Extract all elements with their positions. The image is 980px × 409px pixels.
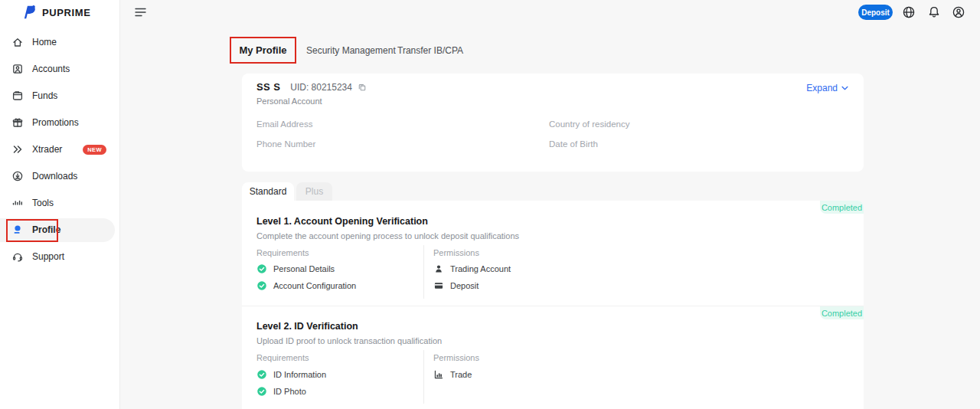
copy-uid-icon[interactable] [358, 83, 367, 92]
expand-toggle[interactable]: Expand [806, 83, 848, 93]
column-divider [423, 245, 424, 299]
gift-icon [11, 116, 24, 129]
sidebar-item-label: Promotions [32, 117, 79, 128]
sidebar-item-profile[interactable]: Profile [0, 218, 119, 241]
tab-plus[interactable]: Plus [296, 182, 332, 201]
field-label-phone: Phone Number [256, 139, 315, 149]
requirement-item: Personal Details [256, 263, 335, 274]
permission-label: Trade [450, 370, 472, 379]
requirement-label: ID Photo [273, 387, 306, 396]
sidebar-item-xtrader[interactable]: Xtrader NEW [0, 138, 119, 161]
requirement-label: Account Configuration [273, 281, 356, 290]
level-1-section: Completed Level 1. Account Opening Verif… [242, 201, 864, 306]
field-label-country: Country of residency [549, 119, 629, 129]
sidebar-item-downloads[interactable]: Downloads [0, 165, 119, 188]
requirement-item: ID Information [256, 369, 326, 380]
tools-icon [11, 197, 24, 209]
verification-panel: Completed Level 1. Account Opening Verif… [242, 201, 864, 409]
status-badge: Completed [820, 201, 864, 214]
person-icon [433, 263, 444, 274]
sidebar: PUPRIME Home Accounts Funds Promotions X… [0, 0, 120, 409]
status-badge: Completed [820, 306, 864, 319]
puprime-logo-icon [21, 4, 38, 21]
tab-transfer-ib-cpa[interactable]: Transfer IB/CPA [397, 45, 463, 56]
check-circle-icon [256, 386, 267, 397]
level-title: Level 2. ID Verification [256, 321, 358, 332]
level-2-section: Completed Level 2. ID Verification Uploa… [242, 306, 864, 408]
sidebar-item-label: Funds [32, 90, 57, 101]
check-circle-icon [256, 263, 267, 274]
permissions-label: Permissions [433, 353, 479, 362]
field-label-dob: Date of Birth [549, 139, 598, 149]
sidebar-item-promotions[interactable]: Promotions [0, 111, 119, 134]
profile-summary-card: SS S UID: 80215234 Expand Personal Accou… [242, 74, 864, 172]
requirement-item: Account Configuration [256, 280, 356, 291]
permissions-label: Permissions [433, 248, 479, 257]
sidebar-item-accounts[interactable]: Accounts [0, 57, 119, 80]
wallet-icon [11, 90, 24, 102]
sidebar-item-label: Profile [32, 224, 60, 235]
chevron-down-icon [841, 86, 848, 90]
sidebar-item-label: Support [32, 251, 64, 262]
chart-icon [433, 369, 444, 380]
column-divider [423, 350, 424, 404]
sidebar-item-support[interactable]: Support [0, 245, 119, 268]
account-type: Personal Account [256, 97, 322, 106]
sidebar-item-label: Xtrader [32, 144, 62, 155]
permission-item: Trade [433, 369, 472, 380]
user-uid: UID: 80215234 [290, 82, 352, 93]
user-name: SS S [256, 81, 280, 93]
double-chevron-icon [11, 143, 24, 155]
sidebar-item-label: Downloads [32, 171, 77, 182]
download-icon [11, 170, 24, 182]
field-label-email: Email Address [256, 119, 313, 129]
sidebar-item-funds[interactable]: Funds [0, 84, 119, 107]
permission-item: Trading Account [433, 263, 511, 274]
menu-toggle-icon[interactable] [134, 6, 148, 18]
home-icon [11, 36, 24, 48]
sidebar-item-tools[interactable]: Tools [0, 191, 119, 214]
bank-card-icon [433, 280, 444, 291]
language-globe-icon[interactable] [902, 5, 916, 19]
requirement-label: ID Information [273, 370, 326, 379]
tab-label: My Profile [239, 44, 286, 56]
expand-label: Expand [806, 83, 838, 93]
new-badge: NEW [83, 145, 106, 155]
permission-label: Deposit [450, 281, 479, 290]
requirement-item: ID Photo [256, 386, 306, 397]
level-description: Upload ID proof to unlock transaction qu… [256, 336, 442, 345]
level-description: Complete the account opening process to … [256, 231, 519, 240]
tab-my-profile[interactable]: My Profile [230, 37, 296, 64]
permission-label: Trading Account [450, 264, 511, 273]
notifications-bell-icon[interactable] [927, 5, 941, 19]
check-circle-icon [256, 280, 267, 291]
brand-logo[interactable]: PUPRIME [21, 4, 90, 21]
requirements-label: Requirements [256, 353, 309, 362]
headset-icon [11, 250, 24, 263]
tab-security-management[interactable]: Security Management [306, 45, 396, 56]
tab-standard[interactable]: Standard [242, 182, 294, 201]
deposit-button[interactable]: Deposit [858, 5, 893, 20]
account-avatar-icon[interactable] [952, 5, 965, 19]
sidebar-item-label: Home [32, 37, 57, 47]
sidebar-item-home[interactable]: Home [0, 31, 119, 54]
permission-item: Deposit [433, 280, 479, 291]
requirement-label: Personal Details [273, 264, 335, 273]
requirements-label: Requirements [256, 248, 309, 257]
accounts-icon [11, 63, 24, 75]
level-title: Level 1. Account Opening Verification [256, 216, 428, 227]
sidebar-item-label: Accounts [32, 64, 70, 74]
check-circle-icon [256, 369, 267, 380]
brand-name: PUPRIME [42, 7, 90, 18]
sidebar-item-label: Tools [32, 198, 54, 208]
profile-icon [11, 224, 24, 236]
